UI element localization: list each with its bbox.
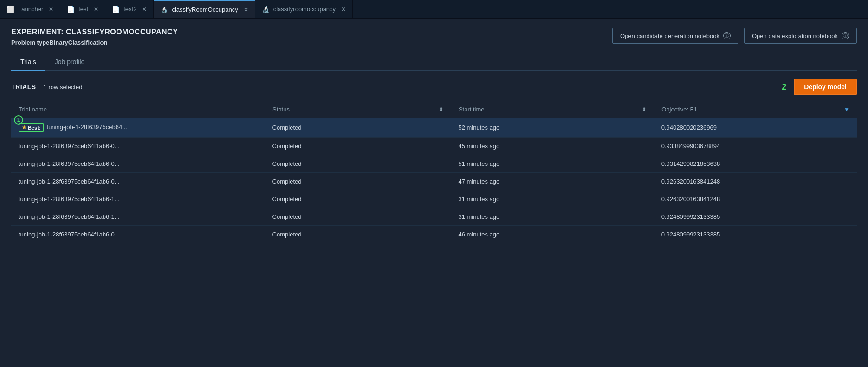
- table-row[interactable]: tuning-job-1-28f63975ceb64f1ab6-1...Comp…: [11, 190, 857, 208]
- table-row[interactable]: tuning-job-1-28f63975ceb64f1ab6-0...Comp…: [11, 173, 857, 190]
- tab-test[interactable]: 📄 test ✕: [60, 0, 105, 18]
- trial-name-cell: tuning-job-1-28f63975ceb64f1ab6-0...: [11, 138, 265, 155]
- trial-start-time: 51 minutes ago: [451, 155, 654, 173]
- trials-label: TRIALS: [11, 83, 36, 91]
- tab-classifyroomoccupancy2[interactable]: 🔬 classifyroomoccupancy ✕: [255, 0, 353, 18]
- trials-actions: 2 Deploy model: [782, 79, 857, 95]
- tab-job-profile[interactable]: Job profile: [45, 53, 94, 71]
- tab-launcher[interactable]: ⬜ Launcher ✕: [0, 0, 60, 18]
- best-badge: ★Best:: [19, 123, 44, 132]
- trials-header: TRIALS 1 row selected 2 Deploy model: [11, 71, 857, 101]
- col-header-start-time[interactable]: Start time ⬍: [451, 101, 654, 118]
- job-profile-tab-label: Job profile: [55, 58, 85, 66]
- trial-status: Completed: [265, 190, 451, 208]
- experiment-info: EXPERIMENT: CLASSIFYROOMOCCUPANCY Proble…: [11, 28, 178, 46]
- tab-close-test[interactable]: ✕: [94, 6, 98, 13]
- tab-label: Launcher: [18, 6, 43, 13]
- candidate-info-icon[interactable]: ⓘ: [723, 32, 731, 39]
- col-status-label: Status: [272, 106, 290, 113]
- trial-objective: 0.9248099923133385: [654, 226, 857, 243]
- trial-objective: 0.940280020236969: [654, 118, 857, 138]
- row-selected-count: 1 row selected: [44, 84, 83, 91]
- main-content: EXPERIMENT: CLASSIFYROOMOCCUPANCY Proble…: [0, 19, 868, 243]
- step1-badge: 1: [14, 115, 23, 125]
- header-row: EXPERIMENT: CLASSIFYROOMOCCUPANCY Proble…: [11, 28, 857, 46]
- tab-close-launcher[interactable]: ✕: [49, 6, 53, 13]
- tab-close-classify1[interactable]: ✕: [244, 7, 248, 13]
- tab-test2[interactable]: 📄 test2 ✕: [105, 0, 154, 18]
- trial-name-cell: 1★Best:tuning-job-1-28f63975ceb64...: [11, 118, 265, 138]
- best-label: Best:: [28, 125, 41, 131]
- tab-label: classifyroomoccupancy: [273, 6, 336, 13]
- tab-bar: ⬜ Launcher ✕ 📄 test ✕ 📄 test2 ✕ 🔬 classi…: [0, 0, 868, 19]
- trial-name-cell: tuning-job-1-28f63975ceb64f1ab6-0...: [11, 226, 265, 243]
- trials-title-group: TRIALS 1 row selected: [11, 83, 82, 91]
- table-row[interactable]: tuning-job-1-28f63975ceb64f1ab6-0...Comp…: [11, 226, 857, 243]
- trial-start-time: 31 minutes ago: [451, 208, 654, 226]
- step2-badge: 2: [782, 82, 786, 92]
- trial-name-cell: tuning-job-1-28f63975ceb64f1ab6-0...: [11, 155, 265, 173]
- tab-label: test2: [123, 6, 136, 13]
- trial-start-time: 52 minutes ago: [451, 118, 654, 138]
- file-icon: 📄: [67, 6, 75, 13]
- col-header-status[interactable]: Status ⬍: [265, 101, 451, 118]
- trial-objective: 0.9263200163841248: [654, 173, 857, 190]
- exploration-info-icon[interactable]: ⓘ: [842, 32, 849, 39]
- col-starttime-label: Start time: [459, 106, 485, 113]
- trial-name-cell: tuning-job-1-28f63975ceb64f1ab6-0...: [11, 173, 265, 190]
- table-row[interactable]: tuning-job-1-28f63975ceb64f1ab6-0...Comp…: [11, 155, 857, 173]
- problem-type-label: Problem type: [11, 39, 49, 46]
- flask-icon: 🔬: [160, 6, 168, 13]
- trials-tab-label: Trials: [20, 58, 36, 66]
- starttime-sort-icon[interactable]: ⬍: [642, 106, 646, 112]
- launcher-icon: ⬜: [6, 6, 14, 13]
- exploration-btn-label: Open data exploration notebook: [752, 33, 838, 39]
- nav-tabs: Trials Job profile: [11, 53, 857, 71]
- flask-icon2: 🔬: [262, 6, 270, 13]
- objective-filter-icon[interactable]: ▼: [844, 106, 849, 113]
- trial-status: Completed: [265, 155, 451, 173]
- tab-label: test: [78, 6, 88, 13]
- deploy-model-btn[interactable]: Deploy model: [794, 79, 857, 95]
- tab-close-test2[interactable]: ✕: [142, 6, 147, 13]
- problem-type: Problem typeBinaryClassification: [11, 39, 178, 46]
- data-exploration-btn[interactable]: Open data exploration notebook ⓘ: [744, 28, 857, 44]
- candidate-btn-label: Open candidate generation notebook: [620, 33, 719, 39]
- candidate-generation-btn[interactable]: Open candidate generation notebook ⓘ: [612, 28, 738, 44]
- col-header-trial-name[interactable]: Trial name: [11, 101, 265, 118]
- col-header-objective[interactable]: Objective: F1 ▼: [654, 101, 857, 118]
- experiment-title: EXPERIMENT: CLASSIFYROOMOCCUPANCY: [11, 28, 178, 36]
- trial-objective: 0.9338499903678894: [654, 138, 857, 155]
- trials-table: Trial name Status ⬍ Start time ⬍: [11, 101, 857, 243]
- trial-start-time: 31 minutes ago: [451, 190, 654, 208]
- table-row[interactable]: 1★Best:tuning-job-1-28f63975ceb64...Comp…: [11, 118, 857, 138]
- table-row[interactable]: tuning-job-1-28f63975ceb64f1ab6-1...Comp…: [11, 208, 857, 226]
- col-objective-label: Objective: F1: [661, 106, 697, 113]
- col-trial-label: Trial name: [19, 106, 47, 113]
- trial-status: Completed: [265, 208, 451, 226]
- trial-start-time: 46 minutes ago: [451, 226, 654, 243]
- file-icon2: 📄: [112, 6, 120, 13]
- trial-name-cell: tuning-job-1-28f63975ceb64f1ab6-1...: [11, 208, 265, 226]
- trial-start-time: 45 minutes ago: [451, 138, 654, 155]
- trial-status: Completed: [265, 226, 451, 243]
- tab-trials[interactable]: Trials: [11, 53, 45, 71]
- trial-status: Completed: [265, 173, 451, 190]
- table-header-row: Trial name Status ⬍ Start time ⬍: [11, 101, 857, 118]
- trial-status: Completed: [265, 138, 451, 155]
- status-sort-icon[interactable]: ⬍: [439, 106, 443, 112]
- table-row[interactable]: tuning-job-1-28f63975ceb64f1ab6-0...Comp…: [11, 138, 857, 155]
- trial-status: Completed: [265, 118, 451, 138]
- trial-objective: 0.9263200163841248: [654, 190, 857, 208]
- trial-name-cell: tuning-job-1-28f63975ceb64f1ab6-1...: [11, 190, 265, 208]
- trial-name: tuning-job-1-28f63975ceb64...: [47, 124, 127, 131]
- star-icon: ★: [22, 125, 26, 131]
- header-buttons: Open candidate generation notebook ⓘ Ope…: [612, 28, 857, 44]
- trial-objective: 0.9248099923133385: [654, 208, 857, 226]
- tab-classifyRoomOccupancy[interactable]: 🔬 classifyRoomOccupancy ✕: [154, 0, 255, 18]
- trial-start-time: 47 minutes ago: [451, 173, 654, 190]
- tab-close-classify2[interactable]: ✕: [341, 6, 346, 13]
- tab-label: classifyRoomOccupancy: [172, 6, 238, 13]
- trial-objective: 0.9314299821853638: [654, 155, 857, 173]
- problem-type-value: BinaryClassification: [49, 39, 107, 46]
